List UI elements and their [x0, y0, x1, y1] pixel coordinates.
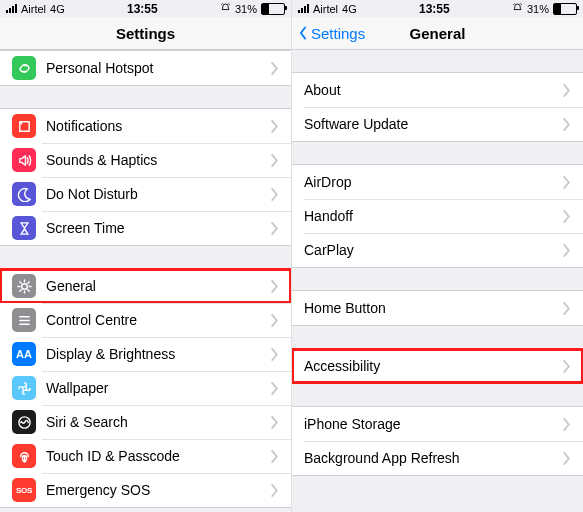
clock-label: 13:55: [419, 2, 450, 16]
sliders-icon: [12, 308, 36, 332]
alarm-icon: [220, 2, 231, 15]
navbar: Settings General: [292, 17, 583, 50]
chevron-right-icon: [270, 450, 279, 463]
row-sounds-haptics[interactable]: Sounds & Haptics: [0, 143, 291, 177]
settings-list[interactable]: Personal HotspotNotificationsSounds & Ha…: [0, 50, 291, 512]
row-label: Screen Time: [46, 220, 270, 236]
row-notifications[interactable]: Notifications: [0, 109, 291, 143]
row-accessibility[interactable]: Accessibility: [292, 349, 583, 383]
link-icon: [12, 56, 36, 80]
status-bar: Airtel 4G 13:55 31%: [292, 0, 583, 17]
battery-icon: [261, 3, 285, 15]
chevron-right-icon: [562, 244, 571, 257]
row-label: Wallpaper: [46, 380, 270, 396]
row-label: Display & Brightness: [46, 346, 270, 362]
general-list[interactable]: AboutSoftware UpdateAirDropHandoffCarPla…: [292, 50, 583, 512]
row-label: Control Centre: [46, 312, 270, 328]
chevron-right-icon: [270, 484, 279, 497]
network-label: 4G: [50, 3, 65, 15]
square-icon: [12, 114, 36, 138]
row-label: Software Update: [304, 116, 562, 132]
page-title: General: [410, 25, 466, 42]
row-personal-hotspot[interactable]: Personal Hotspot: [0, 51, 291, 85]
row-home-button[interactable]: Home Button: [292, 291, 583, 325]
row-touch-id-passcode[interactable]: Touch ID & Passcode: [0, 439, 291, 473]
chevron-right-icon: [270, 314, 279, 327]
carrier-label: Airtel: [21, 3, 46, 15]
row-label: Touch ID & Passcode: [46, 448, 270, 464]
row-label: Do Not Disturb: [46, 186, 270, 202]
row-display-brightness[interactable]: AADisplay & Brightness: [0, 337, 291, 371]
row-label: About: [304, 82, 562, 98]
row-label: Siri & Search: [46, 414, 270, 430]
chevron-right-icon: [270, 120, 279, 133]
chevron-right-icon: [562, 418, 571, 431]
row-label: Personal Hotspot: [46, 60, 270, 76]
row-label: General: [46, 278, 270, 294]
chevron-right-icon: [270, 154, 279, 167]
row-do-not-disturb[interactable]: Do Not Disturb: [0, 177, 291, 211]
row-airdrop[interactable]: AirDrop: [292, 165, 583, 199]
row-label: AirDrop: [304, 174, 562, 190]
row-software-update[interactable]: Software Update: [292, 107, 583, 141]
chevron-right-icon: [270, 62, 279, 75]
flower-icon: [12, 376, 36, 400]
row-wallpaper[interactable]: Wallpaper: [0, 371, 291, 405]
chevron-right-icon: [562, 118, 571, 131]
chevron-right-icon: [270, 188, 279, 201]
battery-icon: [553, 3, 577, 15]
battery-pct: 31%: [527, 3, 549, 15]
row-label: Notifications: [46, 118, 270, 134]
chevron-right-icon: [562, 360, 571, 373]
battery-pct: 31%: [235, 3, 257, 15]
hourglass-icon: [12, 216, 36, 240]
moon-icon: [12, 182, 36, 206]
general-screen: Airtel 4G 13:55 31% Settings General Abo…: [292, 0, 583, 512]
signal-icon: [6, 4, 17, 13]
chevron-right-icon: [562, 176, 571, 189]
alarm-icon: [512, 2, 523, 15]
row-background-app-refresh[interactable]: Background App Refresh: [292, 441, 583, 475]
row-label: Sounds & Haptics: [46, 152, 270, 168]
row-label: Emergency SOS: [46, 482, 270, 498]
chevron-right-icon: [270, 348, 279, 361]
row-screen-time[interactable]: Screen Time: [0, 211, 291, 245]
network-label: 4G: [342, 3, 357, 15]
siri-icon: [12, 410, 36, 434]
row-general[interactable]: General: [0, 269, 291, 303]
row-siri-search[interactable]: Siri & Search: [0, 405, 291, 439]
chevron-right-icon: [562, 84, 571, 97]
row-control-centre[interactable]: Control Centre: [0, 303, 291, 337]
chevron-right-icon: [270, 382, 279, 395]
back-label: Settings: [311, 25, 365, 42]
chevron-right-icon: [270, 280, 279, 293]
back-button[interactable]: Settings: [296, 25, 365, 42]
chevron-left-icon: [296, 26, 310, 40]
chevron-right-icon: [562, 210, 571, 223]
row-carplay[interactable]: CarPlay: [292, 233, 583, 267]
clock-label: 13:55: [127, 2, 158, 16]
signal-icon: [298, 4, 309, 13]
chevron-right-icon: [270, 222, 279, 235]
finger-icon: [12, 444, 36, 468]
chevron-right-icon: [562, 452, 571, 465]
chevron-right-icon: [270, 416, 279, 429]
settings-screen: Airtel 4G 13:55 31% Settings Personal Ho…: [0, 0, 292, 512]
row-label: Accessibility: [304, 358, 562, 374]
row-label: Handoff: [304, 208, 562, 224]
row-about[interactable]: About: [292, 73, 583, 107]
aa-icon: AA: [12, 342, 36, 366]
row-label: iPhone Storage: [304, 416, 562, 432]
chevron-right-icon: [562, 302, 571, 315]
row-label: Background App Refresh: [304, 450, 562, 466]
sos-icon: SOS: [12, 478, 36, 502]
row-label: Home Button: [304, 300, 562, 316]
row-iphone-storage[interactable]: iPhone Storage: [292, 407, 583, 441]
row-emergency-sos[interactable]: SOSEmergency SOS: [0, 473, 291, 507]
row-handoff[interactable]: Handoff: [292, 199, 583, 233]
navbar: Settings: [0, 17, 291, 50]
gear-icon: [12, 274, 36, 298]
carrier-label: Airtel: [313, 3, 338, 15]
page-title: Settings: [116, 25, 175, 42]
speaker-icon: [12, 148, 36, 172]
